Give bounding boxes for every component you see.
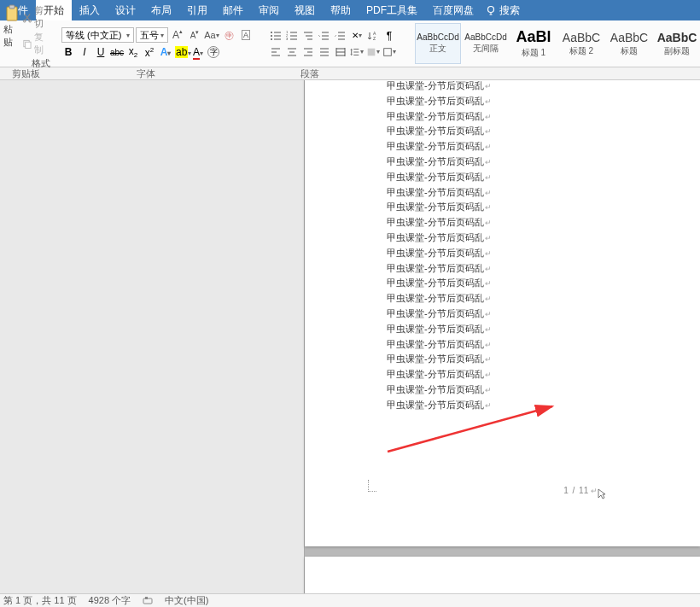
enclose-char-button[interactable]: 字 [207,46,219,58]
increase-indent-button[interactable] [334,30,347,42]
doc-line: 甲虫课堂-分节后页码乱 [387,139,492,155]
search-button[interactable]: 搜索 [487,0,520,20]
svg-point-4 [29,20,32,22]
status-lang[interactable]: 中文(中国) [165,594,208,607]
menu-tab-8[interactable]: 视图 [287,0,323,20]
style-item-1[interactable]: AaBbCcDd无间隔 [463,23,509,64]
multilevel-button[interactable] [301,30,315,42]
menu-tab-6[interactable]: 邮件 [215,0,251,20]
doc-line: 甲虫课堂-分节后页码乱 [387,276,492,291]
document-page-2[interactable]: 甲虫课堂-分节后页码乱甲虫课堂-分节后页码乱甲虫课堂-分节后页码乱甲虫课堂-分节… [305,557,700,593]
doc-line: 甲虫课堂-分节后页码乱 [387,124,492,139]
cut-button[interactable]: 剪切 [22,4,51,30]
phonetic-guide-button[interactable]: ㊥ [221,27,236,43]
line-spacing-button[interactable]: ▾ [350,46,364,58]
grow-font-button[interactable]: A▴ [170,27,185,43]
page1-text: 甲虫课堂-分节后页码乱甲虫课堂-分节后页码乱甲虫课堂-分节后页码乱甲虫课堂-分节… [387,80,492,413]
footer-corner-mark [368,480,376,492]
align-right-button[interactable] [301,46,315,58]
svg-rect-2 [9,5,15,9]
menu-tab-11[interactable]: 百度网盘 [425,0,481,20]
doc-line: 甲虫课堂-分节后页码乱 [387,109,492,125]
asian-layout-button[interactable]: ✕▾ [350,30,364,42]
copy-icon [22,38,32,50]
svg-rect-18 [384,48,392,55]
shrink-font-button[interactable]: A▾ [187,27,202,43]
style-item-4[interactable]: AaBbC标题 [606,23,652,64]
shading-button[interactable]: ▾ [366,46,380,58]
doc-line: 甲虫课堂-分节后页码乱 [387,382,492,398]
doc-line: 甲虫课堂-分节后页码乱 [387,246,492,261]
paragraph-label: 段落 [300,67,319,80]
style-item-2[interactable]: AaBl标题 1 [510,23,557,64]
svg-text:Z: Z [373,36,376,41]
decrease-indent-button[interactable] [318,30,331,42]
menu-tab-7[interactable]: 审阅 [251,0,287,20]
svg-text:3: 3 [286,37,289,41]
underline-button[interactable]: U [94,46,108,58]
doc-line: 甲虫课堂-分节后页码乱 [387,200,492,215]
font-name-select[interactable]: 等线 (中文正)▾ [61,27,134,43]
doc-line: 甲虫课堂-分节后页码乱 [387,398,492,413]
highlight-button[interactable]: ab▾ [175,46,189,58]
doc-line: 甲虫课堂-分节后页码乱 [387,261,492,277]
page-number-field[interactable]: 1 / 11 ↵ [563,486,598,495]
align-center-button[interactable] [285,46,299,58]
document-page-1[interactable]: 甲虫课堂-分节后页码乱甲虫课堂-分节后页码乱甲虫课堂-分节后页码乱甲虫课堂-分节… [305,80,700,546]
sort-button[interactable]: AZ [366,30,380,42]
numbering-button[interactable]: 123 [285,30,299,42]
doc-line: 甲虫课堂-分节后页码乱 [387,215,492,231]
style-item-5[interactable]: AaBbC副标题 [654,23,700,64]
ribbon: 粘贴 剪切 复制 格式刷 等线 (中文正)▾ 五号▾ [0,20,700,67]
doc-line: 甲虫课堂-分节后页码乱 [387,352,492,367]
text-effects-button[interactable]: A▾ [159,46,172,58]
chevron-down-icon: ▾ [160,32,164,39]
show-marks-button[interactable]: ¶ [382,30,396,42]
style-item-0[interactable]: AaBbCcDd正文 [415,23,461,64]
justify-button[interactable] [318,46,331,58]
align-left-button[interactable] [269,46,283,58]
doc-line: 甲虫课堂-分节后页码乱 [387,367,492,382]
menu-tab-4[interactable]: 布局 [143,0,179,20]
italic-button[interactable]: I [78,46,91,58]
superscript-button[interactable]: x2 [143,46,156,59]
doc-line: 甲虫课堂-分节后页码乱 [387,170,492,185]
doc-line: 甲虫课堂-分节后页码乱 [387,291,492,306]
change-case-button[interactable]: Aa▾ [204,27,219,43]
menu-tab-10[interactable]: PDF工具集 [359,0,425,20]
page-viewport[interactable]: 甲虫课堂-分节后页码乱甲虫课堂-分节后页码乱甲虫课堂-分节后页码乱甲虫课堂-分节… [305,80,700,593]
strike-button[interactable]: abc [110,48,124,57]
clipboard-label: 剪贴板 [12,67,40,80]
styles-gallery[interactable]: AaBbCcDd正文AaBbCcDd无间隔AaBl标题 1AaBbC标题 2Aa… [415,23,700,64]
paste-button[interactable]: 粘贴 [3,4,20,49]
menu-tab-2[interactable]: 插入 [72,0,108,20]
doc-line: 甲虫课堂-分节后页码乱 [387,185,492,201]
doc-line: 甲虫课堂-分节后页码乱 [387,306,492,322]
doc-line: 甲虫课堂-分节后页码乱 [387,80,492,94]
doc-line: 甲虫课堂-分节后页码乱 [387,322,492,337]
status-bar: 第 1 页，共 11 页 4928 个字 中文(中国) [0,593,700,607]
chevron-down-icon: ▾ [126,32,130,39]
distributed-button[interactable] [334,46,347,58]
bold-button[interactable]: B [61,46,75,58]
paste-label: 粘贴 [3,23,20,49]
font-group: 等线 (中文正)▾ 五号▾ A▴ A▾ Aa▾ ㊥ A B I U abc x2… [58,27,257,59]
menu-tab-3[interactable]: 设计 [108,0,143,20]
font-label: 字体 [137,67,155,80]
status-page[interactable]: 第 1 页，共 11 页 [3,594,77,607]
svg-point-11 [271,38,272,40]
font-color-button[interactable]: A▾ [191,46,205,58]
bullets-button[interactable] [269,30,283,42]
mouse-cursor-icon [598,488,606,504]
borders-button[interactable]: ▾ [382,46,396,58]
font-size-select[interactable]: 五号▾ [136,27,168,43]
style-item-3[interactable]: AaBbC标题 2 [558,23,604,64]
subscript-button[interactable]: x2 [126,45,140,59]
svg-point-9 [271,32,272,33]
clear-format-button[interactable]: A [238,27,254,43]
navigation-panel[interactable] [0,80,305,593]
copy-button[interactable]: 复制 [22,31,51,56]
menu-tab-5[interactable]: 引用 [179,0,215,20]
menu-tab-9[interactable]: 帮助 [323,0,359,20]
status-words[interactable]: 4928 个字 [89,594,131,607]
